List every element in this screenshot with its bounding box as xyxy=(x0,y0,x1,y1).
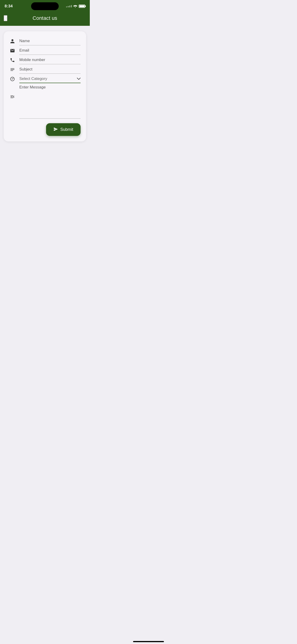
svg-point-0 xyxy=(75,7,76,8)
email-field-content xyxy=(19,47,80,55)
message-section: Enter Message xyxy=(9,85,80,120)
form-card: Select Category General Inquiry Support … xyxy=(4,31,86,142)
signal-icon xyxy=(66,5,72,7)
message-col: Enter Message xyxy=(19,85,80,120)
message-input[interactable] xyxy=(19,91,80,118)
phone-icon xyxy=(9,58,16,63)
back-button[interactable] xyxy=(4,15,7,21)
submit-label: Submit xyxy=(60,127,73,132)
mobile-field-row xyxy=(9,57,80,64)
email-field-row xyxy=(9,47,80,55)
mobile-field-content xyxy=(19,57,80,64)
mobile-field-group xyxy=(9,57,80,64)
status-bar: 8:34 xyxy=(0,0,90,12)
subject-field-row xyxy=(9,66,80,74)
wifi-icon xyxy=(73,4,77,8)
send-icon xyxy=(54,127,58,132)
message-icon xyxy=(9,85,16,99)
category-icon xyxy=(9,76,16,82)
email-icon xyxy=(9,48,16,53)
name-field-content xyxy=(19,38,80,45)
category-field-group: Select Category General Inquiry Support … xyxy=(9,76,80,83)
name-field-group xyxy=(9,38,80,45)
name-field-row xyxy=(9,38,80,45)
subject-field-content xyxy=(19,66,80,74)
name-input[interactable] xyxy=(19,38,80,45)
mobile-input[interactable] xyxy=(19,57,80,64)
category-select-wrapper: Select Category General Inquiry Support … xyxy=(19,76,80,83)
category-field-content: Select Category General Inquiry Support … xyxy=(19,76,80,83)
page-title: Contact us xyxy=(32,15,57,21)
email-input[interactable] xyxy=(19,47,80,55)
nav-header: Contact us xyxy=(0,12,90,26)
submit-row: Submit xyxy=(9,123,80,136)
email-field-group xyxy=(9,47,80,55)
battery-icon xyxy=(79,4,85,8)
category-field-row: Select Category General Inquiry Support … xyxy=(9,76,80,83)
dynamic-island xyxy=(31,2,59,10)
status-time: 8:34 xyxy=(4,4,13,8)
submit-button[interactable]: Submit xyxy=(46,123,80,136)
message-label: Enter Message xyxy=(19,85,80,90)
main-content: Select Category General Inquiry Support … xyxy=(0,26,90,187)
status-icons xyxy=(66,4,85,8)
category-select[interactable]: Select Category General Inquiry Support … xyxy=(19,76,80,83)
subject-icon xyxy=(9,67,16,72)
subject-input[interactable] xyxy=(19,66,80,74)
person-icon xyxy=(9,39,16,44)
subject-field-group xyxy=(9,66,80,74)
